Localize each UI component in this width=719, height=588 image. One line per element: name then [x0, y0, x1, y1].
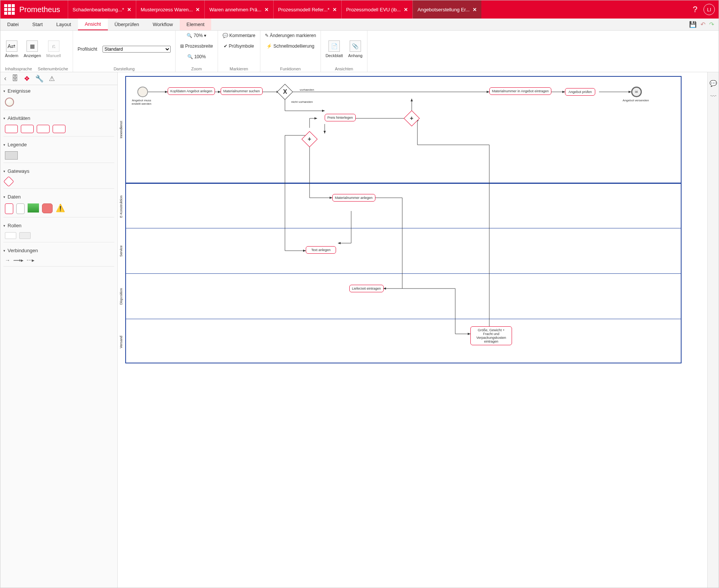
wrench-icon[interactable]: 🔧: [35, 74, 44, 83]
chevron-left-icon[interactable]: ‹: [4, 74, 6, 82]
close-icon[interactable]: ✕: [404, 7, 408, 12]
start-event[interactable]: [137, 87, 148, 97]
tab-prozessmodell-evu[interactable]: Prozessmodell EVU (ib...✕: [341, 0, 413, 19]
shapes-icon[interactable]: ❖: [24, 74, 30, 83]
start-caption: Angebot muss erstellt werden: [128, 99, 155, 105]
tab-angebotserstellung[interactable]: Angebotserstellung Er...✕: [412, 0, 481, 19]
task-materialnummer-eintragen[interactable]: Materialnummer in Angebot eintragen: [489, 87, 551, 95]
manuell-button[interactable]: ⎌Manuell: [46, 40, 61, 58]
anzeigen-button[interactable]: ▦Anzeigen: [23, 40, 41, 58]
tab-prozessmodell-refer[interactable]: Prozessmodell Refer...*✕: [273, 0, 341, 19]
task-angebot-pruefen[interactable]: Angebot prüfen: [565, 88, 595, 96]
menubar-right: 💾 ↶ ↷: [689, 19, 719, 30]
lane-label: Service: [119, 228, 125, 274]
warning-icon[interactable]: ⚠: [49, 74, 55, 83]
lane-label: Versand: [119, 319, 125, 365]
schnellmodellierung[interactable]: ⚡ Schnellmodellierung: [266, 43, 314, 49]
ribbon-group-sprache: A⇄Ändern ▦Anzeigen ⎌Manuell Inhaltssprac…: [0, 31, 73, 72]
database-icon[interactable]: 🗄: [12, 74, 19, 82]
undo-icon[interactable]: ↶: [700, 21, 705, 28]
bpmn-pool[interactable]: Angebotserstellung Ersatzteilangebot Inn…: [125, 76, 682, 363]
end-event[interactable]: ✉: [631, 87, 642, 97]
zoom-prozessbreite[interactable]: ⊞ Prozessbreite: [180, 43, 213, 49]
ribbon: A⇄Ändern ▦Anzeigen ⎌Manuell Inhaltssprac…: [0, 31, 719, 72]
aenderungen-markieren[interactable]: ✎ Änderungen markieren: [265, 33, 316, 38]
default-flow-shape[interactable]: ⟿▸: [13, 257, 23, 263]
task-shape[interactable]: [53, 125, 65, 133]
task-materialnummer-suchen[interactable]: Materialnummer suchen: [221, 87, 263, 95]
titlebar: Prometheus Schadenbearbeitung...*✕ Muste…: [0, 0, 719, 19]
data-object-shape[interactable]: [5, 203, 13, 214]
body: ‹ 🗄 ❖ 🔧 ⚠ Ereignisse Aktivitäten: [0, 72, 719, 588]
ribbon-group-darstellung: Profilsicht Standard Darstellung: [73, 31, 176, 72]
close-icon[interactable]: ✕: [473, 7, 477, 12]
sidebar: ‹ 🗄 ❖ 🔧 ⚠ Ereignisse Aktivitäten: [0, 72, 118, 588]
deckblatt-button[interactable]: 📄Deckblatt: [325, 40, 343, 58]
cat-verbindungen: Verbindungen → ⟿▸ ⋯▸: [3, 248, 114, 267]
lane-label: E-Konstruktion: [119, 184, 125, 229]
kommentare-toggle[interactable]: 💬 Kommentare: [223, 33, 255, 38]
task-shape[interactable]: [21, 125, 34, 133]
gateway-shape[interactable]: [3, 176, 14, 187]
redo-icon[interactable]: ↷: [709, 21, 714, 28]
image-shape[interactable]: [28, 203, 39, 213]
menu-element[interactable]: Element: [180, 19, 212, 30]
warning-shape[interactable]: ⚠️: [56, 203, 65, 214]
menubar: Datei Start Layout Ansicht Überprüfen Wo…: [0, 19, 719, 31]
anhang-button[interactable]: 📎Anhang: [348, 40, 363, 58]
data-object-shape[interactable]: [16, 203, 25, 214]
menu-start[interactable]: Start: [25, 19, 49, 30]
ribbon-group-markieren: 💬 Kommentare ✔ Prüfsymbole Markieren: [218, 31, 260, 72]
close-icon[interactable]: ✕: [196, 7, 200, 12]
close-icon[interactable]: ✕: [265, 7, 269, 12]
tab-musterprozess[interactable]: Musterprozess Waren...✕: [136, 0, 205, 19]
activity-icon[interactable]: 〰: [710, 93, 716, 100]
menu-datei[interactable]: Datei: [0, 19, 25, 30]
task-shape[interactable]: [37, 125, 50, 133]
help-button[interactable]: ?: [693, 5, 697, 14]
ribbon-group-funktionen: ✎ Änderungen markieren ⚡ Schnellmodellie…: [260, 31, 321, 72]
message-flow-shape[interactable]: ⋯▸: [26, 257, 34, 263]
menu-layout[interactable]: Layout: [50, 19, 78, 30]
profilsicht-select[interactable]: Standard: [103, 46, 171, 53]
menu-ueberpruefen[interactable]: Überprüfen: [108, 19, 146, 30]
canvas[interactable]: Angebotserstellung Ersatzteilangebot Inn…: [118, 72, 707, 588]
role-shape[interactable]: [19, 232, 31, 239]
tab-schadenbearbeitung[interactable]: Schadenbearbeitung...*✕: [68, 0, 136, 19]
datastore-shape[interactable]: [42, 203, 53, 213]
titlebar-right: ? LI: [693, 4, 715, 15]
task-shape[interactable]: [5, 125, 18, 133]
zoom-value[interactable]: 🔍 70% ▾: [187, 33, 206, 38]
tab-waren-annehmen[interactable]: Waren annehmen Prä...✕: [204, 0, 273, 19]
pruefsymbole-toggle[interactable]: ✔ Prüfsymbole: [224, 43, 254, 49]
lane-label: Innendienst: [119, 77, 125, 183]
cat-rollen: Rollen: [3, 223, 114, 242]
task-kopfdaten[interactable]: Kopfdaten Angebot anlegen: [168, 87, 215, 95]
menu-ansicht[interactable]: Ansicht: [78, 19, 108, 30]
cat-legende: Legende: [3, 142, 114, 163]
cat-aktivitaeten: Aktivitäten: [3, 115, 114, 137]
ribbon-group-ansichten: 📄Deckblatt 📎Anhang Ansichten: [321, 31, 367, 72]
task-text-anlegen[interactable]: Text anlegen: [306, 246, 336, 254]
save-icon[interactable]: 💾: [689, 21, 697, 28]
document-tabs: Schadenbearbeitung...*✕ Musterprozess Wa…: [68, 0, 481, 19]
ribbon-group-zoom: 🔍 70% ▾ ⊞ Prozessbreite 🔍 100% Zoom: [176, 31, 218, 72]
event-shape[interactable]: [5, 98, 14, 107]
menu-workflow[interactable]: Workflow: [146, 19, 180, 30]
user-avatar[interactable]: LI: [703, 4, 715, 15]
close-icon[interactable]: ✕: [333, 7, 337, 12]
zoom-100[interactable]: 🔍 100%: [187, 54, 206, 59]
sequence-flow-shape[interactable]: →: [5, 257, 10, 263]
close-icon[interactable]: ✕: [127, 7, 131, 12]
task-materialnummer-anlegen[interactable]: Materialnummer anlegen: [332, 194, 375, 202]
cat-gateways: Gateways: [3, 168, 114, 189]
role-shape[interactable]: [5, 232, 16, 239]
gw-label-vorhanden: vorhanden: [296, 88, 318, 92]
task-preis[interactable]: Preis hinterlegen: [325, 114, 356, 121]
chat-icon[interactable]: 💬: [710, 80, 717, 87]
task-lieferzeit[interactable]: Lieferzeit eintragen: [349, 285, 384, 292]
aendern-button[interactable]: A⇄Ändern: [5, 40, 18, 58]
pool-label: Angebotserstellung Ersatzteilangebot: [118, 77, 118, 363]
task-versandkosten[interactable]: Größe, Gewicht + Fracht und Verpackungsk…: [470, 326, 512, 345]
legend-shape[interactable]: [5, 151, 18, 160]
